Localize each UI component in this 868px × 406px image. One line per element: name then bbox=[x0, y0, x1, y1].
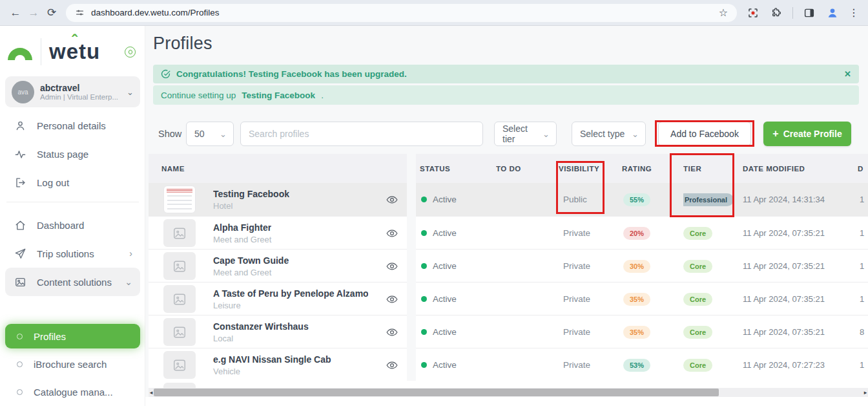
profile-name: Constanzer Wirtshaus bbox=[213, 321, 309, 332]
site-settings-icon[interactable] bbox=[75, 8, 85, 17]
table-row[interactable]: Constanzer Wirtshaus Local Active Privat… bbox=[149, 315, 868, 348]
profile-name: A Taste of Peru by Penelope Alzamora bbox=[213, 288, 368, 299]
scroll-right-icon[interactable]: ▸ bbox=[863, 388, 868, 397]
url-bar[interactable]: dashboard.dev.wetu.com/Profiles ☆ bbox=[66, 4, 737, 22]
sidebar-item-status-page[interactable]: Status page bbox=[5, 140, 140, 168]
search-input[interactable]: Search profiles bbox=[240, 122, 483, 146]
table-row[interactable]: A Taste of Peru by Penelope Alzamora Lei… bbox=[149, 282, 868, 315]
sidebar-item-log-out[interactable]: Log out bbox=[5, 168, 140, 197]
column-header-status[interactable]: STATUS bbox=[407, 165, 496, 173]
annotation-box-add-to-facebook bbox=[655, 120, 754, 147]
table-row[interactable]: Cape Town Guide Meet and Greet Active Pr… bbox=[149, 249, 868, 282]
profile-thumbnail bbox=[163, 186, 196, 213]
logo-divider bbox=[41, 38, 41, 65]
plus-icon: + bbox=[772, 128, 778, 140]
chevron-right-icon: › bbox=[129, 248, 132, 259]
column-header-date-modified[interactable]: DATE MODIFIED bbox=[743, 165, 858, 173]
scrollbar-thumb[interactable] bbox=[154, 389, 719, 396]
tier-badge: Core bbox=[683, 260, 712, 273]
forward-icon[interactable]: → bbox=[25, 4, 43, 22]
back-icon[interactable]: ← bbox=[6, 4, 25, 22]
clipped-cell: 1 bbox=[858, 360, 868, 370]
rating-badge: 35% bbox=[623, 293, 650, 306]
date-modified-cell: 11 Apr 2024, 07:35:21 bbox=[743, 228, 858, 238]
column-header-name[interactable]: NAME bbox=[149, 165, 407, 173]
horizontal-scrollbar[interactable]: ◂ ▸ bbox=[149, 388, 868, 397]
extensions-puzzle-icon[interactable] bbox=[769, 6, 783, 20]
table-row[interactable]: Alpha Fighter Meet and Greet Active Priv… bbox=[149, 216, 868, 249]
reload-icon[interactable]: ⟳ bbox=[43, 4, 61, 22]
side-panel-icon[interactable] bbox=[802, 6, 816, 20]
account-name: abctravel bbox=[40, 83, 121, 93]
sidebar-item-trip-solutions[interactable]: Trip solutions › bbox=[5, 239, 140, 268]
table-row[interactable]: Testing Facebook Hotel Active Public 55%… bbox=[149, 183, 868, 216]
tier-badge: Core bbox=[683, 293, 712, 306]
type-select-value: Select type bbox=[580, 129, 625, 139]
sidebar-item-label: Catalogue mana... bbox=[34, 387, 113, 398]
image-placeholder-icon bbox=[172, 226, 187, 240]
preview-eye-icon[interactable] bbox=[386, 359, 398, 371]
setup-banner-link[interactable]: Testing Facebook bbox=[242, 91, 315, 100]
sidebar-item-personal-details[interactable]: Personal details bbox=[5, 111, 140, 140]
setup-banner-suffix: . bbox=[321, 91, 324, 100]
status-cell: Active bbox=[407, 294, 496, 304]
sidebar-item-ibrochure-search[interactable]: iBrochure search bbox=[5, 350, 140, 378]
preview-eye-icon[interactable] bbox=[386, 228, 398, 239]
content-submenu: Profiles iBrochure search Catalogue mana… bbox=[5, 322, 140, 406]
logo: wetu ˆ bbox=[8, 35, 136, 69]
preview-eye-icon[interactable] bbox=[386, 194, 398, 206]
tier-cell: Core bbox=[683, 326, 743, 339]
clipped-cell: 1 bbox=[858, 294, 868, 304]
chevron-down-icon: ⌄ bbox=[127, 87, 134, 97]
tab-capture-icon[interactable] bbox=[746, 6, 760, 20]
browser-profile-icon[interactable] bbox=[825, 6, 840, 20]
profile-type: Meet and Greet bbox=[213, 268, 289, 277]
tier-select[interactable]: Select tier ⌄ bbox=[494, 122, 557, 146]
date-modified-cell: 11 Apr 2024, 07:35:21 bbox=[743, 261, 858, 271]
circle-bullet-icon bbox=[17, 361, 23, 367]
image-placeholder-icon bbox=[172, 292, 187, 306]
table-row[interactable]: e.g NAVI Nissan Single Cab Vehicle Activ… bbox=[149, 348, 868, 381]
rating-cell: 35% bbox=[622, 293, 683, 306]
profile-type: Hotel bbox=[213, 201, 289, 211]
visibility-cell: Private bbox=[559, 360, 622, 370]
clipped-cell: 8 bbox=[858, 327, 868, 337]
sidebar-item-dashboard[interactable]: Dashboard bbox=[5, 211, 140, 239]
wetu-arch-logo-icon bbox=[8, 48, 32, 60]
page-title: Profiles bbox=[153, 34, 212, 54]
sidebar-collapse-icon[interactable] bbox=[125, 47, 136, 58]
page-size-value: 50 bbox=[194, 129, 205, 139]
account-menu: Personal details Status page Log out bbox=[5, 111, 140, 197]
profile-name-block: A Taste of Peru by Penelope Alzamora Lei… bbox=[213, 288, 407, 310]
date-modified-cell: 11 Apr 2024, 14:31:34 bbox=[743, 195, 858, 204]
profile-name: Cape Town Guide bbox=[213, 255, 289, 266]
url-text[interactable]: dashboard.dev.wetu.com/Profiles bbox=[91, 8, 712, 17]
sidebar-item-content-solutions[interactable]: Content solutions ⌄ bbox=[5, 268, 140, 296]
browser-menu-icon[interactable]: ⋮ bbox=[849, 6, 859, 19]
thumbnail-image bbox=[167, 188, 192, 193]
status-label: Active bbox=[433, 294, 457, 304]
preview-eye-icon[interactable] bbox=[386, 261, 398, 272]
sidebar-item-label: Trip solutions bbox=[37, 248, 94, 259]
scroll-left-icon[interactable]: ◂ bbox=[149, 388, 154, 397]
image-placeholder-icon bbox=[172, 325, 187, 339]
column-header-todo[interactable]: TO DO bbox=[496, 165, 559, 173]
profile-thumbnail bbox=[163, 219, 196, 247]
account-switcher[interactable]: ava abctravel Admin | Virtual Enterp... … bbox=[5, 76, 140, 107]
clipped-cell: 1 bbox=[858, 195, 868, 204]
main-content: Profiles Congratulations! Testing Facebo… bbox=[145, 26, 868, 406]
profile-name: Testing Facebook bbox=[213, 189, 289, 199]
preview-eye-icon[interactable] bbox=[386, 326, 398, 338]
sidebar-item-catalogue-management[interactable]: Catalogue mana... bbox=[5, 378, 140, 406]
create-profile-button[interactable]: + Create Profile bbox=[763, 122, 851, 146]
account-role: Admin | Virtual Enterp... bbox=[40, 93, 121, 101]
type-select[interactable]: Select type ⌄ bbox=[572, 122, 646, 146]
page-size-select[interactable]: 50 ⌄ bbox=[186, 122, 234, 146]
partial-thumbnail bbox=[163, 383, 196, 388]
status-cell: Active bbox=[407, 261, 496, 271]
close-icon[interactable]: ✕ bbox=[844, 69, 851, 79]
sidebar-item-profiles[interactable]: Profiles bbox=[5, 324, 140, 348]
bookmark-star-icon[interactable]: ☆ bbox=[719, 6, 728, 19]
circle-bullet-icon bbox=[17, 334, 23, 339]
preview-eye-icon[interactable] bbox=[386, 294, 398, 305]
